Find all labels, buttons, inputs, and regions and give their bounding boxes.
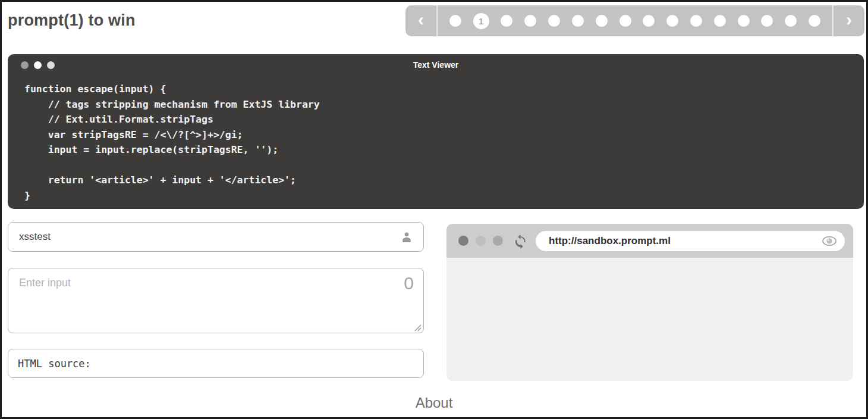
level-dot-current[interactable]: 1 bbox=[473, 13, 489, 29]
level-dots: 1 bbox=[438, 5, 832, 36]
level-dot[interactable] bbox=[501, 15, 512, 27]
refresh-icon[interactable] bbox=[512, 233, 529, 249]
html-source-box: HTML source: bbox=[8, 349, 424, 378]
level-dot[interactable] bbox=[572, 15, 584, 27]
window-dot-icon bbox=[21, 61, 29, 69]
level-dot[interactable] bbox=[548, 15, 560, 27]
level-dot[interactable] bbox=[596, 15, 608, 27]
page-frame: { "header": { "title": "prompt(1) to win… bbox=[0, 0, 868, 419]
url-text: http://sandbox.prompt.ml bbox=[549, 235, 821, 247]
code-block: function escape(input) { // tags strippi… bbox=[24, 82, 864, 203]
sandbox-browser-window: http://sandbox.prompt.ml bbox=[446, 224, 853, 381]
eye-icon[interactable] bbox=[821, 235, 838, 247]
level-dot[interactable] bbox=[738, 15, 750, 27]
level-dot[interactable] bbox=[714, 15, 726, 27]
browser-dot-icon bbox=[476, 236, 486, 246]
chevron-right-icon: › bbox=[846, 11, 852, 29]
char-counter: 0 bbox=[404, 273, 414, 293]
level-dot[interactable] bbox=[449, 15, 461, 27]
name-input[interactable] bbox=[8, 231, 400, 243]
text-viewer-titlebar: Text Viewer bbox=[8, 54, 864, 76]
text-viewer-title: Text Viewer bbox=[413, 60, 459, 70]
name-field-container bbox=[8, 222, 424, 252]
browser-content bbox=[446, 258, 853, 381]
browser-dot-icon bbox=[458, 236, 468, 246]
about-link[interactable]: About bbox=[2, 395, 866, 411]
prev-level-button[interactable]: ‹ bbox=[405, 5, 436, 36]
payload-field-container: 0 bbox=[8, 268, 424, 333]
level-dot[interactable] bbox=[524, 15, 536, 27]
next-level-button[interactable]: › bbox=[834, 5, 864, 36]
level-dot[interactable] bbox=[785, 15, 797, 27]
level-selector: ‹ 1 › bbox=[405, 5, 864, 36]
chevron-left-icon: ‹ bbox=[418, 11, 424, 29]
level-dot[interactable] bbox=[619, 15, 631, 27]
text-viewer-window: Text Viewer function escape(input) { // … bbox=[8, 54, 864, 209]
resize-handle-icon[interactable] bbox=[414, 323, 422, 331]
window-dot-icon bbox=[34, 61, 42, 69]
user-icon bbox=[400, 230, 414, 244]
browser-dot-icon bbox=[493, 236, 503, 246]
payload-textarea[interactable] bbox=[8, 268, 423, 333]
level-dot[interactable] bbox=[809, 15, 820, 27]
level-dot[interactable] bbox=[666, 15, 678, 27]
browser-toolbar: http://sandbox.prompt.ml bbox=[446, 224, 853, 258]
level-dot[interactable] bbox=[690, 15, 702, 27]
level-dot[interactable] bbox=[643, 15, 655, 27]
level-dot[interactable] bbox=[761, 15, 773, 27]
url-bar[interactable]: http://sandbox.prompt.ml bbox=[536, 231, 845, 251]
window-dot-icon bbox=[47, 61, 55, 69]
html-source-label: HTML source: bbox=[18, 358, 91, 370]
window-control-dots bbox=[21, 54, 55, 76]
page-title: prompt(1) to win bbox=[8, 11, 136, 30]
